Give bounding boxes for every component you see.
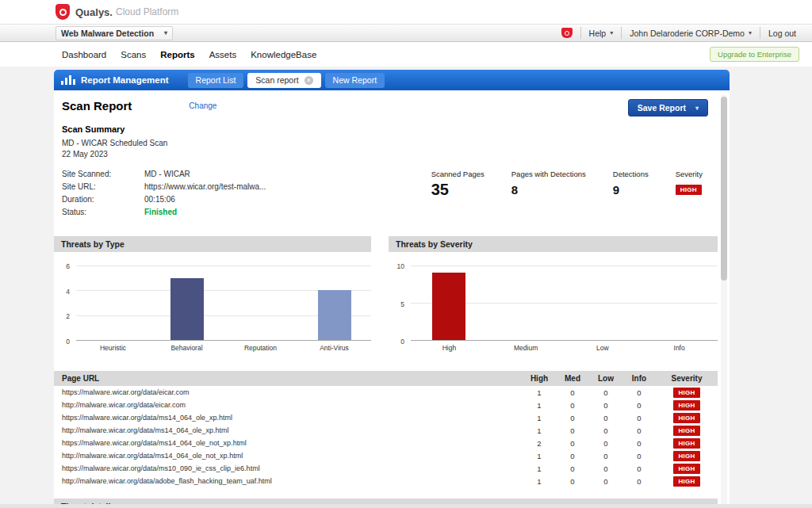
severity-cell: HIGH bbox=[656, 451, 718, 461]
tab-scan-report[interactable]: Scan report ✕ bbox=[247, 73, 320, 88]
nav-item-dashboard[interactable]: Dashboard bbox=[62, 50, 106, 59]
page-url-link[interactable]: https://malware.wicar.org/data/ms14_064_… bbox=[54, 414, 523, 422]
severity-cell: HIGH bbox=[656, 464, 718, 474]
brand-suffix: Cloud Platform bbox=[116, 6, 178, 17]
page-url-link[interactable]: https://malware.wicar.org/data/ms10_090_… bbox=[54, 464, 523, 472]
column-header-med: Med bbox=[556, 374, 589, 383]
field-status: Status: Finished bbox=[62, 208, 266, 216]
chevron-down-icon: ▾ bbox=[695, 105, 699, 112]
page-url-link[interactable]: https://malware.wicar.org/data/ms14_064_… bbox=[54, 439, 523, 447]
stat-label: Severity bbox=[676, 170, 703, 178]
med-count: 0 bbox=[556, 464, 589, 473]
severity-badge: HIGH bbox=[673, 413, 699, 423]
tab-report-list[interactable]: Report List bbox=[188, 73, 244, 88]
field-label: Duration: bbox=[62, 195, 144, 204]
field-value: https://www.wicar.org/test-malwa... bbox=[144, 182, 266, 191]
scan-fields: Site Scanned: MD - WICAR Site URL: https… bbox=[62, 170, 266, 220]
severity-badge: HIGH bbox=[673, 451, 699, 461]
severity-badge: HIGH bbox=[673, 476, 699, 487]
help-menu[interactable]: Help ▾ bbox=[580, 27, 622, 39]
page-url-link[interactable]: https://malware.wicar.org/data/eicar.com bbox=[54, 388, 523, 396]
tab-label: New Report bbox=[333, 75, 377, 85]
table-row: https://malware.wicar.org/data/ms10_090_… bbox=[54, 462, 718, 475]
page-url-link[interactable]: http://malware.wicar.org/data/ms14_064_o… bbox=[54, 426, 523, 434]
info-count: 0 bbox=[622, 452, 656, 460]
qualys-q-mark bbox=[59, 9, 67, 16]
toolbar-right: Help ▾ John Delaroderie CORP-Demo ▾ Log … bbox=[553, 25, 804, 41]
high-count: 1 bbox=[523, 477, 556, 486]
table-row: http://malware.wicar.org/data/eicar.com1… bbox=[54, 399, 718, 411]
low-count: 0 bbox=[589, 426, 622, 435]
top-brand-bar: Qualys. Cloud Platform bbox=[0, 0, 812, 24]
field-duration: Duration: 00:15:06 bbox=[62, 195, 266, 204]
y-axis: 0510 bbox=[389, 265, 411, 341]
high-count: 1 bbox=[523, 464, 556, 473]
save-report-button[interactable]: Save Report ▾ bbox=[628, 99, 708, 116]
report-body: Scan Report Change Save Report ▾ Scan Su… bbox=[54, 90, 730, 508]
chevron-down-icon: ▾ bbox=[610, 29, 613, 36]
column-header-page-url: Page URL bbox=[54, 374, 523, 383]
severity-cell: HIGH bbox=[656, 388, 718, 398]
change-link[interactable]: Change bbox=[189, 101, 216, 110]
logout-label: Log out bbox=[768, 29, 796, 38]
stat-label: Scanned Pages bbox=[431, 170, 485, 178]
logout-button[interactable]: Log out bbox=[760, 27, 804, 39]
field-site-scanned: Site Scanned: MD - WICAR bbox=[62, 170, 266, 178]
notifications-button[interactable] bbox=[553, 27, 580, 39]
y-axis: 0246 bbox=[54, 265, 76, 341]
stat-scanned-pages: Scanned Pages 35 bbox=[431, 170, 485, 199]
med-count: 0 bbox=[556, 414, 589, 422]
bar-slot bbox=[488, 265, 565, 340]
pages-table-body: https://malware.wicar.org/data/eicar.com… bbox=[54, 386, 718, 487]
med-count: 0 bbox=[556, 452, 589, 460]
page-url-link[interactable]: http://malware.wicar.org/data/ms14_064_o… bbox=[54, 452, 523, 460]
column-header-high: High bbox=[523, 374, 556, 383]
bar-slot bbox=[76, 265, 150, 340]
tab-label: Report List bbox=[196, 75, 236, 85]
brand-name: Qualys. bbox=[75, 6, 113, 18]
report-management-title: Report Management bbox=[81, 75, 169, 85]
scan-summary: Scan Summary MD - WICAR Scheduled Scan 2… bbox=[62, 124, 730, 160]
bar-slot bbox=[150, 265, 224, 340]
nav-item-assets[interactable]: Assets bbox=[209, 50, 237, 59]
tab-new-report[interactable]: New Report bbox=[325, 73, 385, 88]
y-tick-label: 0 bbox=[389, 338, 404, 346]
low-count: 0 bbox=[589, 452, 622, 460]
table-row: http://malware.wicar.org/data/adobe_flas… bbox=[54, 475, 718, 487]
module-select[interactable]: Web Malware Detection ▾ bbox=[56, 26, 173, 40]
column-header-low: Low bbox=[589, 374, 622, 383]
severity-cell: HIGH bbox=[656, 476, 718, 487]
chart-title: Threats by Severity bbox=[389, 236, 718, 252]
page-url-link[interactable]: http://malware.wicar.org/data/adobe_flas… bbox=[54, 477, 523, 485]
y-tick-label: 4 bbox=[54, 288, 70, 296]
stat-label: Detections bbox=[613, 170, 649, 178]
table-row: http://malware.wicar.org/data/ms14_064_o… bbox=[54, 449, 718, 462]
low-count: 0 bbox=[589, 414, 622, 422]
close-tab-icon[interactable]: ✕ bbox=[304, 76, 313, 85]
nav-item-knowledgebase[interactable]: KnowledgeBase bbox=[251, 50, 316, 59]
user-menu[interactable]: John Delaroderie CORP-Demo ▾ bbox=[621, 27, 760, 39]
vertical-scrollbar[interactable] bbox=[721, 95, 727, 506]
page-url-link[interactable]: http://malware.wicar.org/data/eicar.com bbox=[54, 401, 523, 409]
stat-pages-with-detections: Pages with Detections 8 bbox=[511, 170, 586, 197]
upgrade-to-enterprise-button[interactable]: Upgrade to Enterprise bbox=[710, 47, 799, 62]
high-count: 1 bbox=[523, 426, 556, 435]
bar-slot bbox=[565, 265, 642, 340]
threats-by-type-chart: Threats by Type 0246 HeuristicBehavioral… bbox=[54, 236, 371, 352]
nav-item-reports[interactable]: Reports bbox=[160, 50, 194, 59]
pages-table-header: Page URL High Med Low Info Severity bbox=[54, 371, 718, 386]
x-tick-label: Medium bbox=[488, 344, 565, 352]
chevron-down-icon: ▾ bbox=[749, 29, 752, 36]
info-count: 0 bbox=[622, 401, 656, 410]
med-count: 0 bbox=[556, 388, 589, 397]
severity-cell: HIGH bbox=[656, 438, 718, 449]
info-count: 0 bbox=[622, 426, 656, 435]
help-label: Help bbox=[589, 29, 607, 38]
report-panel: Report Management Report List Scan repor… bbox=[54, 70, 730, 508]
qualys-alert-icon bbox=[561, 28, 573, 38]
x-tick-label: Anti-Virus bbox=[297, 344, 371, 352]
nav-item-scans[interactable]: Scans bbox=[121, 50, 146, 59]
scrollbar-thumb[interactable] bbox=[721, 97, 727, 281]
plot-wrap: 0246 bbox=[54, 265, 371, 341]
module-select-label: Web Malware Detection bbox=[61, 29, 154, 38]
